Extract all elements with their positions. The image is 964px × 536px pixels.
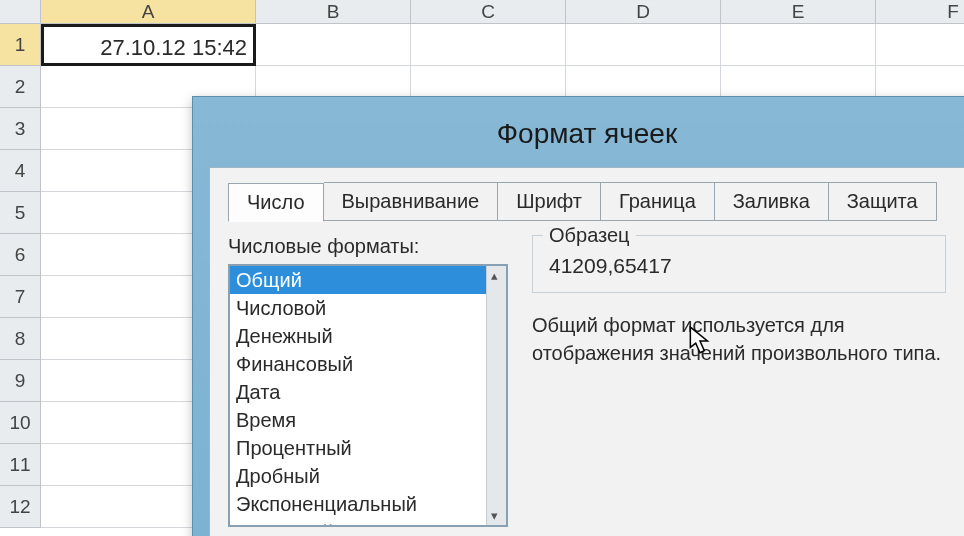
- row-header-10[interactable]: 10: [0, 402, 41, 444]
- row-header-3[interactable]: 3: [0, 108, 41, 150]
- tab-protection[interactable]: Защита: [829, 182, 937, 221]
- sample-value: 41209,65417: [547, 254, 931, 278]
- list-item-fraction[interactable]: Дробный: [230, 462, 486, 490]
- cell-a1[interactable]: 27.10.12 15:42: [41, 24, 256, 66]
- row-header-5[interactable]: 5: [0, 192, 41, 234]
- cell[interactable]: [721, 24, 876, 66]
- row-header-2[interactable]: 2: [0, 66, 41, 108]
- tab-fill[interactable]: Заливка: [715, 182, 829, 221]
- list-item-number[interactable]: Числовой: [230, 294, 486, 322]
- cell[interactable]: [566, 24, 721, 66]
- cell[interactable]: [256, 24, 411, 66]
- tab-font[interactable]: Шрифт: [498, 182, 601, 221]
- row-header-4[interactable]: 4: [0, 150, 41, 192]
- col-header-a[interactable]: A: [41, 0, 256, 24]
- tab-border[interactable]: Граница: [601, 182, 715, 221]
- col-header-f[interactable]: F: [876, 0, 964, 24]
- tab-alignment[interactable]: Выравнивание: [324, 182, 499, 221]
- list-item-time[interactable]: Время: [230, 406, 486, 434]
- listbox-scrollbar[interactable]: [486, 266, 506, 525]
- list-item-scientific[interactable]: Экспоненциальный: [230, 490, 486, 518]
- cell[interactable]: [876, 24, 964, 66]
- tab-number[interactable]: Число: [228, 183, 324, 222]
- row-header-8[interactable]: 8: [0, 318, 41, 360]
- select-all-corner[interactable]: [0, 0, 41, 24]
- row-header-7[interactable]: 7: [0, 276, 41, 318]
- number-formats-listbox[interactable]: Общий Числовой Денежный Финансовый Дата …: [228, 264, 508, 527]
- cell[interactable]: [411, 24, 566, 66]
- list-item-accounting[interactable]: Финансовый: [230, 350, 486, 378]
- list-item-text[interactable]: Текстовый: [230, 518, 486, 525]
- list-item-general[interactable]: Общий: [230, 266, 486, 294]
- col-header-e[interactable]: E: [721, 0, 876, 24]
- sample-label: Образец: [543, 224, 636, 247]
- row-header-6[interactable]: 6: [0, 234, 41, 276]
- list-item-percentage[interactable]: Процентный: [230, 434, 486, 462]
- row-header-11[interactable]: 11: [0, 444, 41, 486]
- list-item-date[interactable]: Дата: [230, 378, 486, 406]
- row-header-9[interactable]: 9: [0, 360, 41, 402]
- list-item-currency[interactable]: Денежный: [230, 322, 486, 350]
- col-header-c[interactable]: C: [411, 0, 566, 24]
- row-header-1[interactable]: 1: [0, 24, 41, 66]
- col-header-d[interactable]: D: [566, 0, 721, 24]
- format-cells-dialog: Формат ячеек Число Выравнивание Шрифт Гр…: [192, 96, 964, 536]
- sample-box: Образец 41209,65417: [532, 235, 946, 293]
- row-header-12[interactable]: 12: [0, 486, 41, 528]
- dialog-title[interactable]: Формат ячеек: [193, 97, 964, 167]
- dialog-tabs: Число Выравнивание Шрифт Граница Заливка…: [228, 182, 946, 221]
- format-description: Общий формат используется для отображени…: [532, 311, 946, 367]
- number-formats-label: Числовые форматы:: [228, 235, 508, 258]
- col-header-b[interactable]: B: [256, 0, 411, 24]
